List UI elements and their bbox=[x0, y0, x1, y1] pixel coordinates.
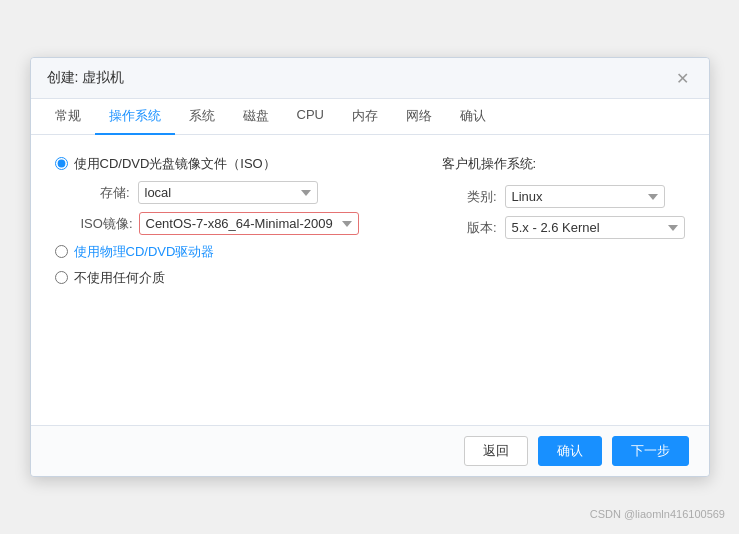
top-section: 使用CD/DVD光盘镜像文件（ISO） 存储: local ISO镜像: Cen… bbox=[55, 155, 685, 287]
dialog-body: 使用CD/DVD光盘镜像文件（ISO） 存储: local ISO镜像: Cen… bbox=[31, 135, 709, 425]
close-button[interactable]: ✕ bbox=[673, 68, 693, 88]
dialog-title: 创建: 虚拟机 bbox=[47, 69, 125, 87]
left-panel: 使用CD/DVD光盘镜像文件（ISO） 存储: local ISO镜像: Cen… bbox=[55, 155, 359, 287]
tab-confirm[interactable]: 确认 bbox=[446, 99, 500, 135]
radio-none-row: 不使用任何介质 bbox=[55, 269, 359, 287]
storage-row: 存储: local bbox=[75, 181, 359, 204]
iso-select[interactable]: CentOS-7-x86_64-Minimal-2009 bbox=[139, 212, 359, 235]
storage-select[interactable]: local bbox=[138, 181, 318, 204]
create-vm-dialog: 创建: 虚拟机 ✕ 常规 操作系统 系统 磁盘 CPU 内存 网络 确认 使用C… bbox=[30, 57, 710, 477]
tab-memory[interactable]: 内存 bbox=[338, 99, 392, 135]
type-label: 类别: bbox=[442, 188, 497, 206]
version-row: 版本: 5.x - 2.6 Kernel bbox=[442, 216, 685, 239]
tab-disk[interactable]: 磁盘 bbox=[229, 99, 283, 135]
radio-none[interactable] bbox=[55, 271, 68, 284]
tab-system[interactable]: 系统 bbox=[175, 99, 229, 135]
iso-label: ISO镜像: bbox=[75, 215, 133, 233]
tab-general[interactable]: 常规 bbox=[41, 99, 95, 135]
dialog-footer: 返回 确认 下一步 bbox=[31, 425, 709, 476]
dialog-header: 创建: 虚拟机 ✕ bbox=[31, 58, 709, 99]
radio-iso-label: 使用CD/DVD光盘镜像文件（ISO） bbox=[74, 155, 276, 173]
type-select[interactable]: Linux bbox=[505, 185, 665, 208]
radio-physical-row: 使用物理CD/DVD驱动器 bbox=[55, 243, 359, 261]
tab-os[interactable]: 操作系统 bbox=[95, 99, 175, 135]
iso-row: ISO镜像: CentOS-7-x86_64-Minimal-2009 bbox=[75, 212, 359, 235]
radio-physical[interactable] bbox=[55, 245, 68, 258]
radio-none-label: 不使用任何介质 bbox=[74, 269, 165, 287]
radio-iso[interactable] bbox=[55, 157, 68, 170]
type-row: 类别: Linux bbox=[442, 185, 685, 208]
storage-label: 存储: bbox=[75, 184, 130, 202]
right-panel: 客户机操作系统: 类别: Linux 版本: 5.x - 2.6 Kernel bbox=[442, 155, 685, 239]
version-select[interactable]: 5.x - 2.6 Kernel bbox=[505, 216, 685, 239]
guest-os-title: 客户机操作系统: bbox=[442, 155, 685, 173]
next-button[interactable]: 下一步 bbox=[612, 436, 689, 466]
confirm-button[interactable]: 确认 bbox=[538, 436, 602, 466]
back-button[interactable]: 返回 bbox=[464, 436, 528, 466]
radio-iso-row: 使用CD/DVD光盘镜像文件（ISO） bbox=[55, 155, 359, 173]
tab-bar: 常规 操作系统 系统 磁盘 CPU 内存 网络 确认 bbox=[31, 99, 709, 135]
tab-network[interactable]: 网络 bbox=[392, 99, 446, 135]
tab-cpu[interactable]: CPU bbox=[283, 99, 338, 135]
version-label: 版本: bbox=[442, 219, 497, 237]
radio-physical-label[interactable]: 使用物理CD/DVD驱动器 bbox=[74, 243, 215, 261]
watermark: CSDN @liaomln416100569 bbox=[590, 508, 725, 520]
